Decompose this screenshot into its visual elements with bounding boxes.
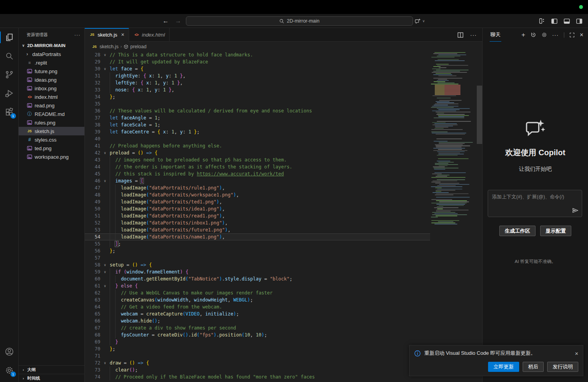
toggle-primary-sidebar-icon[interactable] <box>551 18 558 25</box>
code-line-66[interactable]: 66 webcam.hide(); <box>85 317 430 324</box>
sidebar-section-outline[interactable]: › 大纲 <box>19 365 84 374</box>
fold-chevron-icon[interactable]: ∨ <box>100 51 110 58</box>
file-tree-item-ted-png[interactable]: ted.png <box>19 144 84 152</box>
editor-scrollbar-thumb[interactable] <box>477 86 482 144</box>
code-line-36[interactable]: 36// These values will be calculated / d… <box>85 107 430 114</box>
fold-chevron-icon[interactable]: ∨ <box>100 149 110 156</box>
fold-chevron-icon[interactable]: ∨ <box>100 177 110 184</box>
history-icon[interactable] <box>530 32 536 38</box>
code-line-49[interactable]: 49 loadImage("dataPortraits/ted1.png"), <box>85 198 430 205</box>
file-tree-item-rules-png[interactable]: rules.png <box>19 118 84 127</box>
code-line-51[interactable]: 51 loadImage("dataPortraits/read1.png"), <box>85 212 430 219</box>
breadcrumb[interactable]: JS sketch.js › preload <box>85 42 482 51</box>
file-tree-item-inbox-png[interactable]: inbox.png <box>19 84 84 93</box>
fold-chevron-icon[interactable]: ∨ <box>100 261 110 268</box>
code-line-56[interactable]: 56}; <box>85 247 430 254</box>
code-line-65[interactable]: 65 webcam = createCapture(VIDEO, initial… <box>85 310 430 317</box>
code-line-71[interactable]: 71 <box>85 352 430 359</box>
code-line-63[interactable]: 63 createCanvas(windowWidth, windowHeigh… <box>85 296 430 303</box>
code-line-28[interactable]: 28∨// This is a data structure to hold f… <box>85 51 430 58</box>
code-line-29[interactable]: 29// It will get updated by BlazeFace <box>85 58 430 65</box>
notification-button-1[interactable]: 稍后 <box>523 362 544 372</box>
split-editor-icon[interactable] <box>457 32 464 38</box>
activitybar-extensions[interactable]: 1 <box>0 103 19 121</box>
code-line-52[interactable]: 52 loadImage("dataPortraits/inbox1.png")… <box>85 219 430 226</box>
activitybar-account[interactable] <box>0 342 19 361</box>
code-line-73[interactable]: 73 clear(); <box>85 366 430 373</box>
code-line-68[interactable]: 68 fpsCounter = createDiv().id("fps").po… <box>85 331 430 338</box>
code-line-39[interactable]: 39let faceCentre = { x: 1, y: 1 }; <box>85 128 430 135</box>
editor-tab-index-html[interactable]: <>index.html <box>129 28 170 41</box>
code-editor[interactable]: 28∨// This is a data structure to hold f… <box>85 51 482 382</box>
activitybar-search[interactable] <box>0 47 19 65</box>
code-line-74[interactable]: 74 // Proceed only if the BlazeFace mode… <box>85 373 430 380</box>
code-line-55[interactable]: 55 ]; <box>85 240 430 247</box>
code-line-45[interactable]: 45 // this stack is inspired by https://… <box>85 170 430 177</box>
chat-action-button-1[interactable]: 显示配置 <box>540 226 571 236</box>
maximize-panel-icon[interactable] <box>569 32 575 38</box>
chat-more-actions[interactable]: ··· <box>552 32 559 38</box>
customize-layout-icon[interactable] <box>539 18 545 24</box>
chat-tab[interactable]: 聊天 <box>490 28 501 42</box>
chat-action-button-0[interactable]: 生成工作区 <box>499 226 536 236</box>
code-line-43[interactable]: 43 // images need to be preloaded so tha… <box>85 156 430 163</box>
close-tab-icon[interactable]: × <box>121 32 124 38</box>
code-line-38[interactable]: 38let faceScale = 1; <box>85 121 430 128</box>
editor-more-actions[interactable]: ··· <box>470 32 477 38</box>
file-tree-item-styles-css[interactable]: #styles.css <box>19 135 84 144</box>
close-icon[interactable]: × <box>575 350 578 357</box>
code-line-72[interactable]: 72∨draw = () => { <box>85 359 430 366</box>
send-icon[interactable] <box>572 207 579 214</box>
code-line-34[interactable]: 34}; <box>85 93 430 100</box>
code-line-40[interactable]: 40 <box>85 135 430 142</box>
code-line-50[interactable]: 50 loadImage("dataPortraits/idea1.png"), <box>85 205 430 212</box>
activitybar-explorer[interactable] <box>0 28 19 47</box>
chat-input[interactable] <box>488 190 582 217</box>
code-line-37[interactable]: 37let faceAngle = 1; <box>85 114 430 121</box>
forward-arrow-icon[interactable]: → <box>175 18 181 25</box>
file-tree-item-readme-md[interactable]: ⓘREADME.md <box>19 110 84 118</box>
file-tree-item-future-png[interactable]: future.png <box>19 67 84 75</box>
gear-icon[interactable] <box>541 32 547 38</box>
code-line-57[interactable]: 57 <box>85 254 430 261</box>
file-tree-item-sketch-js[interactable]: JSsketch.js <box>19 127 84 135</box>
code-line-53[interactable]: 53 loadImage("dataPortraits/future1.png"… <box>85 226 430 233</box>
code-line-64[interactable]: 64 // Get a video feed from the webcam. <box>85 303 430 310</box>
code-line-62[interactable]: 62 // Use a WebGL Canvas to make our ima… <box>85 289 430 296</box>
code-line-47[interactable]: 47 loadImage("dataPortraits/rule1.png"), <box>85 184 430 191</box>
copilot-menu-button[interactable]: ∨ <box>415 14 425 28</box>
file-tree-item-workspace-png[interactable]: workspace.png <box>19 152 84 161</box>
code-line-30[interactable]: 30∨let face = { <box>85 65 430 72</box>
fold-chevron-icon[interactable]: ∨ <box>100 268 110 275</box>
code-line-46[interactable]: 46∨ images = [ <box>85 177 430 184</box>
new-chat-icon[interactable]: + <box>522 31 525 39</box>
code-line-70[interactable]: 70}; <box>85 345 430 352</box>
code-line-35[interactable]: 35 <box>85 100 430 107</box>
toggle-secondary-sidebar-icon[interactable] <box>576 18 583 25</box>
activitybar-source-control[interactable] <box>0 65 19 84</box>
command-center-search[interactable]: 2D-mirror-main <box>186 16 413 26</box>
code-line-33[interactable]: 33 nose: { x: 1, y: 1 }, <box>85 86 430 93</box>
activitybar-settings[interactable]: 1 <box>0 361 19 380</box>
code-line-42[interactable]: 42∨preload = () => { <box>85 149 430 156</box>
code-line-54[interactable]: 54 loadImage("dataPortraits/name1.png"), <box>85 233 430 240</box>
sidebar-section-timeline[interactable]: › 时间线 <box>19 374 84 382</box>
file-tree-item-dataportraits[interactable]: ›dataPortraits <box>19 50 84 58</box>
activitybar-run-debug[interactable] <box>0 84 19 103</box>
code-line-58[interactable]: 58∨setup = () => { <box>85 261 430 268</box>
code-line-59[interactable]: 59∨ if (window.frameElement) { <box>85 268 430 275</box>
code-line-31[interactable]: 31 rightEye: { x: 1, y: 1 }, <box>85 72 430 79</box>
sidebar-more-actions[interactable]: ··· <box>74 32 80 38</box>
code-line-60[interactable]: 60 document.getElementById("TabNotice").… <box>85 275 430 282</box>
code-line-32[interactable]: 32 leftEye: { x: 1, y: 1 }, <box>85 79 430 86</box>
fold-chevron-icon[interactable]: ∨ <box>100 359 110 366</box>
file-tree-item--replit[interactable]: ≡.replit <box>19 58 84 67</box>
code-line-48[interactable]: 48 loadImage("dataPortraits/workspace1.p… <box>85 191 430 198</box>
explorer-root-folder[interactable]: ∨ 2D-MIRROR-MAIN <box>19 41 84 50</box>
back-arrow-icon[interactable]: ← <box>163 18 169 25</box>
code-line-44[interactable]: 44 // the order is important as it affec… <box>85 163 430 170</box>
code-line-69[interactable]: 69 } <box>85 338 430 345</box>
file-tree-item-ideas-png[interactable]: ideas.png <box>19 75 84 84</box>
notification-button-2[interactable]: 发行说明 <box>547 362 578 372</box>
editor-tab-sketch-js[interactable]: JSsketch.js× <box>85 28 129 41</box>
